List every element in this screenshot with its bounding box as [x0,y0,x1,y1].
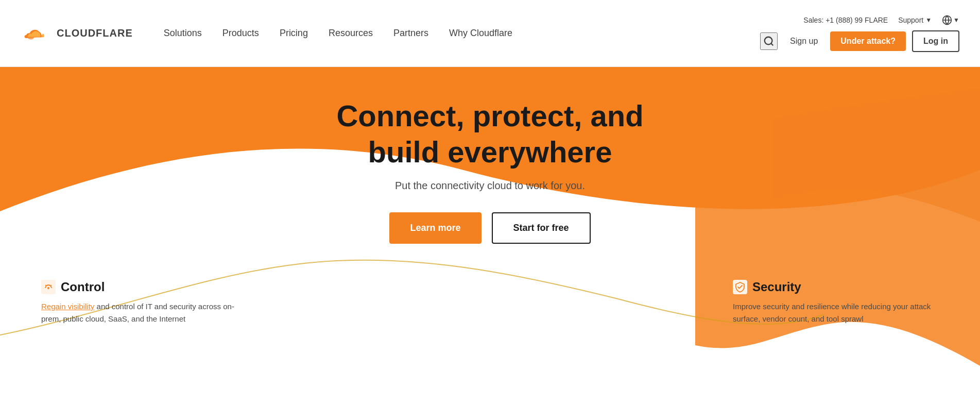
feature-security-title: Security [752,280,801,294]
search-button[interactable] [760,32,778,50]
sales-text: Sales: +1 (888) 99 FLARE [803,16,888,24]
start-free-button[interactable]: Start for free [492,212,591,244]
feature-security-desc: Improve security and resilience while re… [733,300,939,325]
svg-point-5 [47,287,49,289]
nav-item-partners[interactable]: Partners [383,23,439,44]
under-attack-button[interactable]: Under attack? [830,31,906,51]
security-icon [733,280,747,294]
signup-button[interactable]: Sign up [784,32,824,50]
main-nav: Solutions Products Pricing Resources Par… [153,23,523,44]
nav-item-resources[interactable]: Resources [318,23,383,44]
svg-point-2 [765,37,772,44]
hero-title: Connect, protect, and build everywhere [336,98,643,170]
hero-buttons: Learn more Start for free [389,212,590,244]
features-section: Control Regain visibility and control of… [0,270,980,335]
hero-section: Connect, protect, and build everywhere P… [0,67,980,366]
cloudflare-logo-icon [21,23,51,44]
header-left: CLOUDFLARE Solutions Products Pricing Re… [21,23,523,44]
nav-item-products[interactable]: Products [212,23,269,44]
search-icon [763,36,775,47]
feature-control-title: Control [61,280,105,294]
login-button[interactable]: Log in [912,30,959,52]
feature-security: Security Improve security and resilience… [733,270,939,335]
learn-more-button[interactable]: Learn more [389,212,481,244]
hero-subtitle: Put the connectivity cloud to work for y… [395,180,585,192]
feature-control-desc: Regain visibility and control of IT and … [41,300,247,325]
support-chevron-icon: ▼ [925,16,932,24]
nav-item-solutions[interactable]: Solutions [153,23,212,44]
globe-icon[interactable]: ▼ [942,15,959,25]
logo-text: CLOUDFLARE [57,27,133,39]
feature-control-link[interactable]: Regain visibility [41,302,94,311]
feature-control-header: Control [41,280,247,294]
feature-control: Control Regain visibility and control of… [41,270,247,335]
logo-area[interactable]: CLOUDFLARE [21,23,133,44]
support-link[interactable]: Support ▼ [898,16,932,24]
nav-item-pricing[interactable]: Pricing [269,23,318,44]
header-right-wrapper: Sales: +1 (888) 99 FLARE Support ▼ ▼ S [760,15,959,52]
header: CLOUDFLARE Solutions Products Pricing Re… [0,0,980,67]
control-icon [41,280,56,294]
nav-item-why-cloudflare[interactable]: Why Cloudflare [439,23,523,44]
header-bottom-actions: Sign up Under attack? Log in [760,30,959,52]
globe-chevron-icon: ▼ [953,16,959,24]
hero-content: Connect, protect, and build everywhere P… [0,67,980,275]
support-label: Support [898,16,923,24]
header-top-info: Sales: +1 (888) 99 FLARE Support ▼ ▼ [803,15,959,25]
feature-security-header: Security [733,280,939,294]
